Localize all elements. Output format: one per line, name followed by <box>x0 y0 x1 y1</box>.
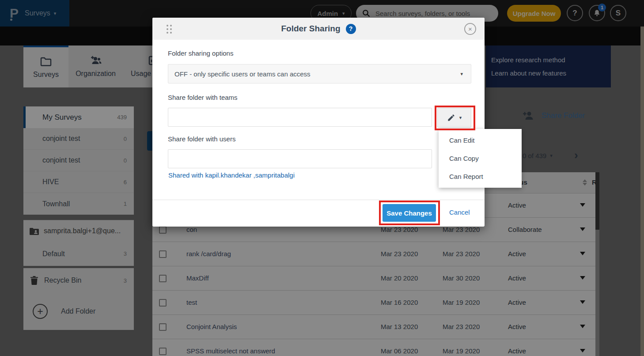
caret-down-icon: ▾ <box>459 115 462 120</box>
cancel-link[interactable]: Cancel <box>449 208 470 216</box>
share-users-label: Share folder with users <box>168 135 235 143</box>
caret-down-icon: ▾ <box>460 72 463 76</box>
menu-item-can-report[interactable]: Can Report <box>439 167 522 186</box>
share-teams-input[interactable] <box>168 108 432 127</box>
modal-footer-divider <box>152 200 485 200</box>
close-icon[interactable]: × <box>464 23 476 35</box>
sharing-options-select[interactable]: OFF - only specific users or teams can a… <box>168 64 471 83</box>
pencil-icon <box>447 114 455 122</box>
save-changes-button[interactable]: Save Changes <box>383 204 436 222</box>
modal-help-icon[interactable]: ? <box>346 24 356 34</box>
folder-sharing-modal: Folder Sharing ? × Folder sharing option… <box>152 18 485 227</box>
modal-title: Folder Sharing <box>281 24 340 34</box>
share-users-input[interactable] <box>168 149 432 168</box>
sharing-options-label: Folder sharing options <box>168 49 233 57</box>
permission-edit-button[interactable]: ▾ <box>437 108 471 128</box>
menu-item-can-copy[interactable]: Can Copy <box>439 149 522 167</box>
shared-with-text: Shared with kapil.khandekar ,sampritabal… <box>168 171 295 179</box>
share-teams-label: Share folder with teams <box>168 94 238 101</box>
menu-item-can-edit[interactable]: Can Edit <box>439 131 522 149</box>
modal-header: Folder Sharing ? × <box>152 18 485 40</box>
drag-handle-icon[interactable] <box>167 25 172 34</box>
permission-dropdown-menu: Can Edit Can Copy Can Report <box>439 129 522 188</box>
app-screen: P Surveys ▾ Admin ▾ Upgrade Now ? <box>0 0 644 356</box>
sharing-options-value: OFF - only specific users or teams can a… <box>174 70 311 78</box>
